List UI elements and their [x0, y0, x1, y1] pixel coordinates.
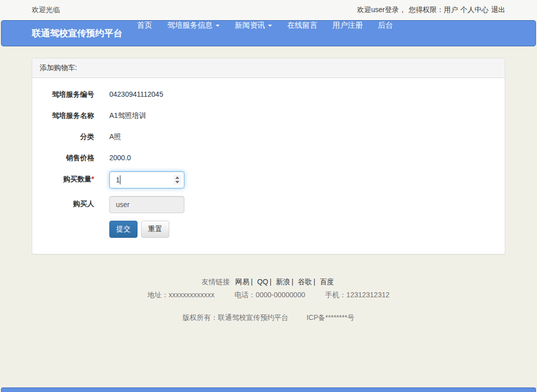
field-value: A1驾照培训	[109, 108, 146, 120]
friend-links: 友情链接 网易| QQ| 新浪| 谷歌| 百度	[0, 278, 537, 287]
profile-link[interactable]: 个人中心	[460, 6, 489, 15]
field-service-name: 驾培服务名称 A1驾照培训	[40, 108, 497, 125]
field-buyer: 购买人	[40, 196, 497, 213]
main-content: 添加购物车: 驾培服务编号 04230941112045 驾培服务名称 A1驾照…	[32, 58, 505, 254]
required-mark: *	[92, 175, 94, 183]
text-cursor	[120, 175, 120, 184]
buyer-input	[109, 196, 184, 213]
spinner-down-icon[interactable]	[175, 181, 179, 183]
friend-links-label: 友情链接	[202, 278, 230, 286]
field-value: 04230941112045	[109, 87, 163, 98]
copyright-text: 版权所有：联通驾校宣传预约平台	[183, 313, 289, 321]
field-service-number: 驾培服务编号 04230941112045	[40, 87, 497, 104]
brand-title[interactable]: 联通驾校宣传预约平台	[32, 27, 129, 39]
buyer-label: 购买人	[40, 196, 94, 209]
phone-label: 电话：	[235, 291, 256, 299]
mobile-value: 12312312312	[347, 291, 390, 299]
bottom-navbar-strip	[1, 387, 536, 392]
panel-title: 添加购物车:	[32, 58, 505, 78]
welcome-text: 欢迎光临	[32, 6, 60, 15]
field-value: A照	[109, 129, 121, 142]
field-label: 驾培服务名称	[40, 108, 94, 120]
link-netease[interactable]: 网易	[235, 278, 249, 286]
mobile-label: 手机：	[325, 291, 347, 299]
field-label: 销售价格	[40, 150, 94, 163]
link-sina[interactable]: 新浪	[276, 278, 290, 286]
reset-button[interactable]: 重置	[141, 221, 169, 238]
nav-menu: 首页 驾培服务信息 新闻资讯 在线留言 用户注册 后台	[129, 21, 400, 46]
nav-item-admin[interactable]: 后台	[370, 21, 400, 30]
main-navbar: 联通驾校宣传预约平台 首页 驾培服务信息 新闻资讯 在线留言 用户注册 后台	[1, 20, 536, 46]
nav-item-message-board[interactable]: 在线留言	[280, 21, 325, 30]
caret-down-icon	[268, 25, 272, 27]
field-value: 2000.0	[109, 150, 131, 162]
login-greeting: 欢迎user登录，	[357, 6, 406, 15]
nav-item-home[interactable]: 首页	[129, 21, 160, 30]
link-baidu[interactable]: 百度	[320, 278, 334, 286]
field-quantity: 购买数量*	[40, 171, 497, 188]
contact-info: 地址：xxxxxxxxxxxxx 电话：0000-00000000 手机：123…	[0, 291, 537, 300]
address-label: 地址：	[148, 291, 169, 299]
link-qq[interactable]: QQ	[257, 278, 268, 286]
logout-link[interactable]: 退出	[491, 6, 505, 15]
field-label: 分类	[40, 129, 94, 142]
spinner-up-icon[interactable]	[175, 176, 179, 179]
page-footer: 友情链接 网易| QQ| 新浪| 谷歌| 百度 地址：xxxxxxxxxxxxx…	[0, 278, 537, 322]
nav-item-news[interactable]: 新闻资讯	[227, 21, 280, 30]
form-actions: 提交 重置	[109, 221, 497, 238]
nav-item-training-services[interactable]: 驾培服务信息	[160, 21, 227, 30]
icp-number: ICP备********号	[306, 313, 354, 321]
field-label: 驾培服务编号	[40, 87, 94, 99]
field-category: 分类 A照	[40, 129, 497, 146]
add-to-cart-panel: 添加购物车: 驾培服务编号 04230941112045 驾培服务名称 A1驾照…	[32, 58, 505, 254]
caret-down-icon	[216, 25, 220, 27]
copyright: 版权所有：联通驾校宣传预约平台 ICP备********号	[0, 313, 537, 322]
submit-button[interactable]: 提交	[109, 221, 138, 238]
link-google[interactable]: 谷歌	[298, 278, 312, 286]
phone-value: 0000-00000000	[256, 291, 305, 299]
address-value: xxxxxxxxxxxxx	[169, 291, 215, 299]
quantity-label: 购买数量	[63, 175, 92, 183]
user-status-area: 欢迎user登录， 您得权限：用户 个人中心 退出	[357, 6, 505, 15]
number-spinner[interactable]	[173, 175, 181, 185]
field-price: 销售价格 2000.0	[40, 150, 497, 167]
top-bar: 欢迎光临 欢迎user登录， 您得权限：用户 个人中心 退出	[0, 0, 537, 20]
nav-item-register[interactable]: 用户注册	[325, 21, 370, 30]
permission-text: 您得权限：用户	[409, 6, 458, 15]
